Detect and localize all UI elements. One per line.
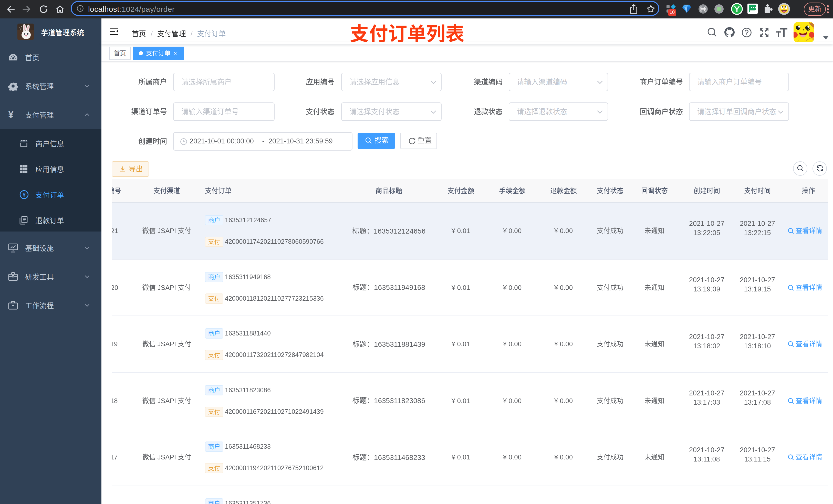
- svg-text:¥: ¥: [23, 192, 26, 198]
